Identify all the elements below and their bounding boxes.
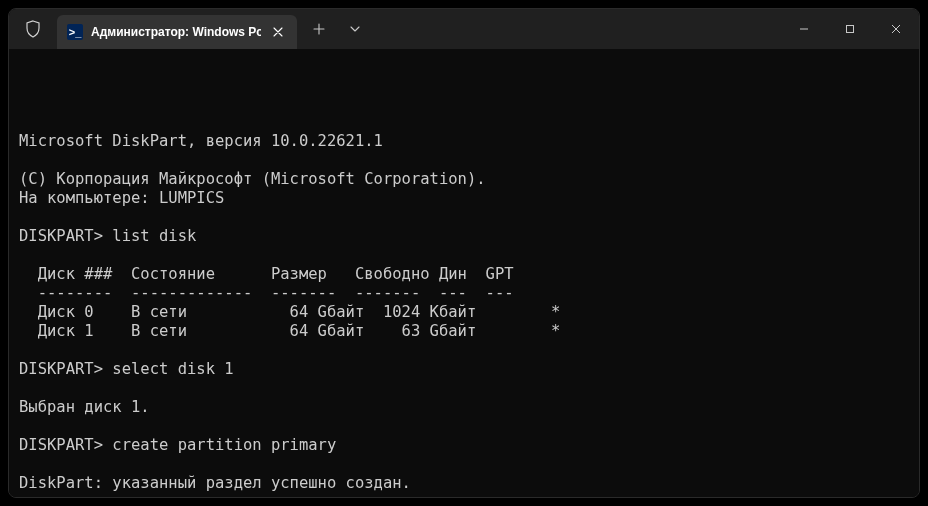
terminal-pane[interactable]: Microsoft DiskPart, версия 10.0.22621.1 … — [9, 49, 919, 497]
close-icon — [273, 27, 283, 37]
terminal-output: Microsoft DiskPart, версия 10.0.22621.1 … — [19, 113, 913, 497]
maximize-button[interactable] — [827, 9, 873, 49]
window-controls — [781, 9, 919, 49]
powershell-icon-glyph: >_ — [69, 26, 82, 38]
close-window-button[interactable] — [873, 9, 919, 49]
tab-dropdown-button[interactable] — [337, 9, 373, 49]
svg-rect-0 — [847, 26, 854, 33]
app-icon-area — [9, 9, 57, 49]
new-tab-button[interactable] — [301, 9, 337, 49]
minimize-button[interactable] — [781, 9, 827, 49]
close-icon — [891, 24, 901, 34]
tab-close-button[interactable] — [269, 23, 287, 41]
maximize-icon — [845, 24, 855, 34]
shield-icon — [25, 20, 41, 38]
chevron-down-icon — [350, 26, 360, 32]
tab-title: Администратор: Windows Po — [91, 25, 261, 39]
titlebar: >_ Администратор: Windows Po — [9, 9, 919, 49]
plus-icon — [313, 23, 325, 35]
powershell-icon: >_ — [67, 24, 83, 40]
terminal-window: >_ Администратор: Windows Po — [8, 8, 920, 498]
minimize-icon — [799, 24, 809, 34]
active-tab[interactable]: >_ Администратор: Windows Po — [57, 15, 297, 49]
titlebar-left: >_ Администратор: Windows Po — [9, 9, 373, 49]
